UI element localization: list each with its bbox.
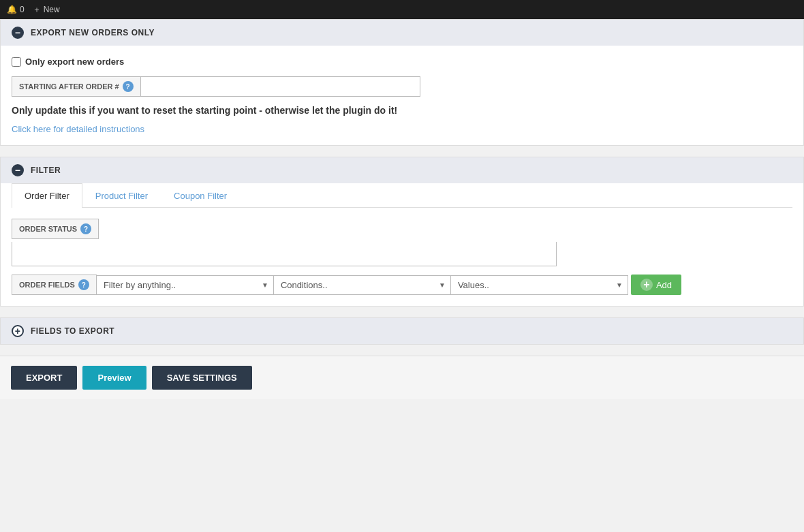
instructions-link[interactable]: Click here for detailed instructions <box>12 124 144 134</box>
export-orders-section: − EXPORT NEW ORDERS ONLY Only export new… <box>0 19 804 146</box>
starting-order-input[interactable] <box>141 77 420 96</box>
notification-count: 🔔 0 <box>7 5 25 14</box>
export-orders-title: EXPORT NEW ORDERS ONLY <box>31 28 155 37</box>
order-status-input[interactable] <box>12 242 557 266</box>
export-orders-body: Only export new orders STARTING AFTER OR… <box>1 46 803 145</box>
bottom-bar: EXPORT Preview SAVE SETTINGS <box>0 356 804 399</box>
filter-body: Order Filter Product Filter Coupon Filte… <box>1 183 803 306</box>
tab-order-filter[interactable]: Order Filter <box>12 183 82 208</box>
order-fields-label: ORDER FIELDS ? <box>12 275 97 295</box>
only-export-row: Only export new orders <box>12 57 792 67</box>
values-wrapper: Values.. ▼ <box>451 275 628 295</box>
filter-header[interactable]: − FILTER <box>1 157 803 183</box>
conditions-wrapper: Conditions.. equals not equals contains … <box>274 275 451 295</box>
export-orders-header[interactable]: − EXPORT NEW ORDERS ONLY <box>1 20 803 46</box>
fields-export-section: + FIELDS TO EXPORT <box>0 317 804 345</box>
tab-product-filter[interactable]: Product Filter <box>82 183 161 208</box>
order-status-help-icon[interactable]: ? <box>80 223 91 234</box>
plus-icon: ＋ <box>33 4 41 16</box>
filter-by-wrapper: Filter by anything.. Order ID Order Stat… <box>97 275 274 295</box>
fields-export-title: FIELDS TO EXPORT <box>31 326 114 336</box>
starting-order-help-icon[interactable]: ? <box>123 81 134 92</box>
top-bar: 🔔 0 ＋ New <box>0 0 804 19</box>
starting-order-label: STARTING AFTER ORDER # ? <box>12 77 141 96</box>
notification-icon: 🔔 <box>7 5 17 14</box>
order-status-label-row: ORDER STATUS ? <box>12 219 792 239</box>
new-button[interactable]: ＋ New <box>33 4 60 16</box>
add-filter-button[interactable]: + Add <box>631 275 681 295</box>
main-content: − EXPORT NEW ORDERS ONLY Only export new… <box>0 19 804 399</box>
values-select[interactable]: Values.. <box>451 275 628 295</box>
save-settings-button[interactable]: SAVE SETTINGS <box>152 366 252 390</box>
add-icon: + <box>640 279 653 291</box>
fields-export-header[interactable]: + FIELDS TO EXPORT <box>1 318 803 344</box>
order-status-label: ORDER STATUS ? <box>12 219 99 239</box>
preview-button[interactable]: Preview <box>82 366 146 390</box>
order-status-container: ORDER STATUS ? <box>12 219 792 266</box>
fields-expand-icon[interactable]: + <box>12 325 24 337</box>
order-fields-help-icon[interactable]: ? <box>78 279 89 290</box>
order-fields-row: ORDER FIELDS ? Filter by anything.. Orde… <box>12 275 792 295</box>
only-export-label[interactable]: Only export new orders <box>25 57 124 67</box>
conditions-select[interactable]: Conditions.. equals not equals contains … <box>274 275 451 295</box>
filter-collapse-icon[interactable]: − <box>12 164 24 176</box>
collapse-icon[interactable]: − <box>12 27 24 39</box>
starting-order-field: STARTING AFTER ORDER # ? <box>12 76 420 97</box>
tab-coupon-filter[interactable]: Coupon Filter <box>161 183 240 208</box>
filter-title: FILTER <box>31 166 61 175</box>
filter-section: − FILTER Order Filter Product Filter Cou… <box>0 157 804 307</box>
filter-tabs: Order Filter Product Filter Coupon Filte… <box>12 183 792 208</box>
filter-by-select[interactable]: Filter by anything.. Order ID Order Stat… <box>97 275 274 295</box>
only-export-checkbox[interactable] <box>12 57 21 67</box>
notice-text: Only update this if you want to reset th… <box>12 105 792 116</box>
export-button[interactable]: EXPORT <box>11 366 77 390</box>
